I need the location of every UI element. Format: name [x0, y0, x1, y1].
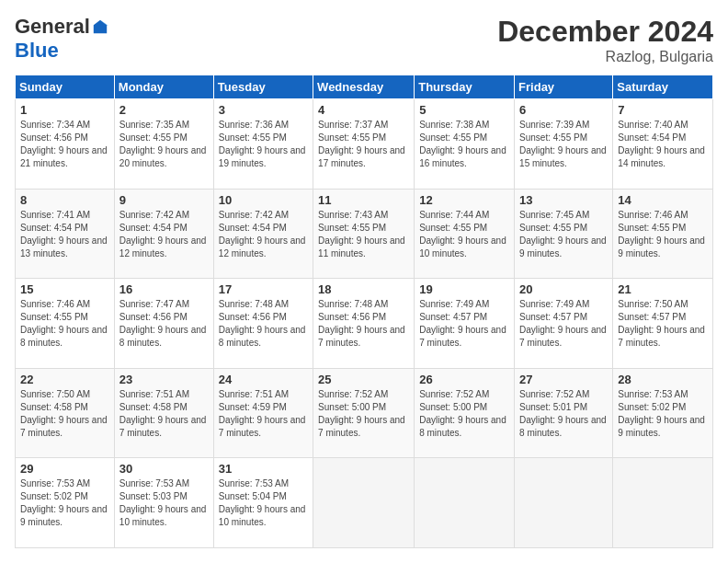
day-number: 31: [219, 462, 308, 476]
table-row: 18 Sunrise: 7:48 AM Sunset: 4:56 PM Dayl…: [313, 279, 415, 369]
table-row: 23 Sunrise: 7:51 AM Sunset: 4:58 PM Dayl…: [114, 368, 213, 458]
day-number: 17: [219, 282, 308, 296]
header: General Blue December 2024 Razlog, Bulga…: [15, 15, 713, 65]
day-info: Sunrise: 7:48 AM Sunset: 4:56 PM Dayligh…: [318, 298, 409, 350]
th-thursday: Thursday: [415, 75, 515, 99]
day-info: Sunrise: 7:46 AM Sunset: 4:55 PM Dayligh…: [618, 209, 708, 260]
table-row: 11 Sunrise: 7:43 AM Sunset: 4:55 PM Dayl…: [313, 189, 415, 279]
empty-cell: [415, 458, 515, 548]
table-row: 2 Sunrise: 7:35 AM Sunset: 4:55 PM Dayli…: [114, 99, 213, 190]
th-saturday: Saturday: [613, 75, 713, 99]
table-row: 15 Sunrise: 7:46 AM Sunset: 4:55 PM Dayl…: [16, 279, 115, 369]
day-number: 7: [618, 103, 708, 117]
empty-cell: [313, 458, 415, 548]
title-area: December 2024 Razlog, Bulgaria: [497, 15, 713, 65]
day-number: 13: [519, 193, 608, 207]
table-row: 22 Sunrise: 7:50 AM Sunset: 4:58 PM Dayl…: [16, 368, 115, 458]
table-row: 26 Sunrise: 7:52 AM Sunset: 5:00 PM Dayl…: [415, 368, 515, 458]
table-row: 10 Sunrise: 7:42 AM Sunset: 4:54 PM Dayl…: [213, 189, 313, 279]
day-number: 26: [419, 373, 509, 386]
th-wednesday: Wednesday: [313, 75, 415, 99]
day-number: 21: [618, 282, 708, 296]
day-number: 8: [20, 193, 109, 207]
calendar-week-row: 1 Sunrise: 7:34 AM Sunset: 4:56 PM Dayli…: [16, 99, 713, 190]
day-info: Sunrise: 7:42 AM Sunset: 4:54 PM Dayligh…: [219, 209, 308, 260]
day-number: 22: [20, 373, 109, 386]
th-tuesday: Tuesday: [213, 75, 313, 99]
logo-general-text: General: [15, 15, 90, 39]
day-info: Sunrise: 7:49 AM Sunset: 4:57 PM Dayligh…: [419, 298, 509, 350]
day-info: Sunrise: 7:47 AM Sunset: 4:56 PM Dayligh…: [119, 298, 209, 350]
th-sunday: Sunday: [16, 75, 115, 99]
month-title: December 2024: [497, 15, 713, 49]
table-row: 12 Sunrise: 7:44 AM Sunset: 4:55 PM Dayl…: [415, 189, 515, 279]
table-row: 16 Sunrise: 7:47 AM Sunset: 4:56 PM Dayl…: [114, 279, 213, 369]
day-number: 12: [419, 193, 509, 207]
calendar-week-row: 8 Sunrise: 7:41 AM Sunset: 4:54 PM Dayli…: [16, 189, 713, 279]
day-info: Sunrise: 7:51 AM Sunset: 4:59 PM Dayligh…: [219, 388, 308, 440]
logo: General Blue: [15, 15, 108, 63]
empty-cell: [515, 458, 613, 548]
day-number: 15: [20, 282, 109, 296]
calendar-week-row: 22 Sunrise: 7:50 AM Sunset: 4:58 PM Dayl…: [16, 368, 713, 458]
day-info: Sunrise: 7:38 AM Sunset: 4:55 PM Dayligh…: [419, 119, 509, 170]
day-number: 16: [119, 282, 209, 296]
day-info: Sunrise: 7:46 AM Sunset: 4:55 PM Dayligh…: [20, 298, 109, 350]
day-number: 2: [119, 103, 209, 117]
day-number: 11: [318, 193, 409, 207]
day-number: 5: [419, 103, 509, 117]
table-row: 25 Sunrise: 7:52 AM Sunset: 5:00 PM Dayl…: [313, 368, 415, 458]
th-monday: Monday: [114, 75, 213, 99]
svg-marker-0: [94, 20, 107, 33]
table-row: 6 Sunrise: 7:39 AM Sunset: 4:55 PM Dayli…: [515, 99, 613, 190]
logo-icon: [92, 18, 108, 35]
table-row: 4 Sunrise: 7:37 AM Sunset: 4:55 PM Dayli…: [313, 99, 415, 190]
table-row: 14 Sunrise: 7:46 AM Sunset: 4:55 PM Dayl…: [613, 189, 713, 279]
day-number: 6: [519, 103, 608, 117]
day-info: Sunrise: 7:42 AM Sunset: 4:54 PM Dayligh…: [119, 209, 209, 260]
day-number: 29: [20, 462, 109, 476]
table-row: 9 Sunrise: 7:42 AM Sunset: 4:54 PM Dayli…: [114, 189, 213, 279]
day-number: 24: [219, 373, 308, 386]
table-row: 7 Sunrise: 7:40 AM Sunset: 4:54 PM Dayli…: [613, 99, 713, 190]
location: Razlog, Bulgaria: [497, 49, 713, 65]
day-info: Sunrise: 7:52 AM Sunset: 5:00 PM Dayligh…: [419, 388, 509, 440]
day-info: Sunrise: 7:49 AM Sunset: 4:57 PM Dayligh…: [519, 298, 608, 350]
table-row: 1 Sunrise: 7:34 AM Sunset: 4:56 PM Dayli…: [16, 99, 115, 190]
table-row: 8 Sunrise: 7:41 AM Sunset: 4:54 PM Dayli…: [16, 189, 115, 279]
day-number: 27: [519, 373, 608, 386]
table-row: 24 Sunrise: 7:51 AM Sunset: 4:59 PM Dayl…: [213, 368, 313, 458]
table-row: 20 Sunrise: 7:49 AM Sunset: 4:57 PM Dayl…: [515, 279, 613, 369]
day-info: Sunrise: 7:50 AM Sunset: 4:58 PM Dayligh…: [20, 388, 109, 440]
day-info: Sunrise: 7:36 AM Sunset: 4:55 PM Dayligh…: [219, 119, 308, 170]
day-info: Sunrise: 7:37 AM Sunset: 4:55 PM Dayligh…: [318, 119, 409, 170]
day-number: 14: [618, 193, 708, 207]
calendar-table: Sunday Monday Tuesday Wednesday Thursday…: [15, 75, 713, 548]
day-info: Sunrise: 7:48 AM Sunset: 4:56 PM Dayligh…: [219, 298, 308, 350]
table-row: 17 Sunrise: 7:48 AM Sunset: 4:56 PM Dayl…: [213, 279, 313, 369]
day-info: Sunrise: 7:41 AM Sunset: 4:54 PM Dayligh…: [20, 209, 109, 260]
day-info: Sunrise: 7:52 AM Sunset: 5:00 PM Dayligh…: [318, 388, 409, 440]
day-number: 20: [519, 282, 608, 296]
day-number: 9: [119, 193, 209, 207]
day-info: Sunrise: 7:35 AM Sunset: 4:55 PM Dayligh…: [119, 119, 209, 170]
day-number: 3: [219, 103, 308, 117]
day-info: Sunrise: 7:53 AM Sunset: 5:03 PM Dayligh…: [119, 477, 209, 529]
logo-blue-text: Blue: [15, 39, 59, 62]
day-info: Sunrise: 7:40 AM Sunset: 4:54 PM Dayligh…: [618, 119, 708, 170]
day-number: 4: [318, 103, 409, 117]
calendar-week-row: 15 Sunrise: 7:46 AM Sunset: 4:55 PM Dayl…: [16, 279, 713, 369]
header-row: Sunday Monday Tuesday Wednesday Thursday…: [16, 75, 713, 99]
day-number: 30: [119, 462, 209, 476]
day-number: 19: [419, 282, 509, 296]
day-info: Sunrise: 7:44 AM Sunset: 4:55 PM Dayligh…: [419, 209, 509, 260]
table-row: 29 Sunrise: 7:53 AM Sunset: 5:02 PM Dayl…: [16, 458, 115, 548]
table-row: 3 Sunrise: 7:36 AM Sunset: 4:55 PM Dayli…: [213, 99, 313, 190]
empty-cell: [613, 458, 713, 548]
day-info: Sunrise: 7:53 AM Sunset: 5:04 PM Dayligh…: [219, 477, 308, 529]
day-info: Sunrise: 7:53 AM Sunset: 5:02 PM Dayligh…: [618, 388, 708, 440]
th-friday: Friday: [515, 75, 613, 99]
day-number: 25: [318, 373, 409, 386]
day-info: Sunrise: 7:39 AM Sunset: 4:55 PM Dayligh…: [519, 119, 608, 170]
table-row: 21 Sunrise: 7:50 AM Sunset: 4:57 PM Dayl…: [613, 279, 713, 369]
